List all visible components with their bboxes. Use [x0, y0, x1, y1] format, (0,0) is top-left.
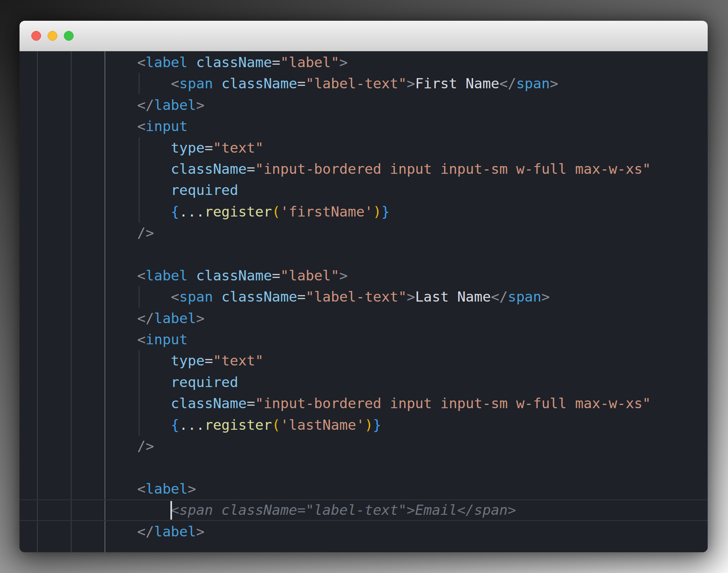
code-token-str: "label" — [280, 54, 339, 70]
code-line: type="text" — [20, 137, 651, 158]
code-token-eq: = — [205, 352, 213, 369]
code-line: </label> — [20, 308, 651, 329]
code-token-punct: > — [196, 310, 205, 326]
code-token-ghost: <span className="label-text">Email</span… — [171, 502, 516, 518]
code-line: </label> — [20, 94, 651, 116]
code-token-attr: className — [171, 395, 246, 411]
code-token-sp — [20, 374, 171, 390]
code-token-tag: label — [154, 97, 196, 113]
code-token-func: register — [205, 203, 272, 220]
code-token-paren: ( — [272, 417, 281, 433]
code-token-sp — [20, 267, 137, 284]
text-cursor — [170, 501, 172, 520]
code-token-text: ... — [179, 417, 205, 433]
code-token-punct: < — [137, 118, 146, 134]
code-token-sp — [20, 481, 137, 497]
code-token-paren: ( — [272, 203, 281, 220]
code-token-tag: span — [179, 289, 213, 305]
code-token-brace: } — [373, 417, 381, 433]
code-token-tag: label — [154, 523, 196, 540]
code-token-punct: > — [550, 75, 558, 92]
code-line: <input — [20, 329, 651, 350]
code-token-punct: < — [137, 331, 146, 348]
code-token-tag: label — [146, 267, 188, 284]
code-token-sp — [20, 502, 171, 518]
code-token-brace: } — [381, 203, 390, 220]
code-token-attr: type — [171, 140, 205, 156]
code-line: required — [20, 372, 651, 393]
code-token-str: 'lastName' — [280, 417, 364, 433]
code-token-str: "label-text" — [305, 75, 406, 92]
code-token-tag: label — [146, 481, 188, 497]
code-token-punct: < — [137, 54, 146, 70]
close-button[interactable] — [31, 31, 41, 41]
zoom-button[interactable] — [64, 31, 74, 41]
code-token-text: Last Name — [415, 289, 491, 305]
code-token-sp — [188, 54, 196, 70]
code-token-eq: = — [272, 267, 281, 284]
code-token-paren: ) — [364, 417, 373, 433]
code-token-str: "input-bordered input input-sm w-full ma… — [255, 395, 651, 411]
code-token-punct: </ — [137, 310, 154, 326]
code-token-sp — [20, 140, 171, 156]
code-line — [20, 244, 651, 265]
code-token-attr: className — [196, 267, 272, 284]
code-token-sp — [20, 352, 171, 369]
code-line: required — [20, 179, 651, 201]
code-token-str: 'firstName' — [280, 203, 373, 220]
code-token-punct: </ — [137, 97, 154, 113]
code-token-punct: > — [339, 267, 348, 284]
code-line: <span className="label-text">First Name<… — [20, 73, 651, 94]
code-token-str: "input-bordered input input-sm w-full ma… — [255, 161, 651, 177]
code-token-tag: input — [146, 331, 188, 348]
code-token-sp — [20, 523, 137, 540]
code-token-punct: </ — [137, 523, 154, 540]
code-line — [20, 457, 651, 478]
code-token-tag: input — [146, 118, 188, 134]
code-token-sp — [20, 310, 137, 326]
code-token-punct: < — [171, 289, 179, 305]
code-token-tag: span — [179, 75, 213, 92]
code-line: {...register('firstName')} — [20, 201, 651, 222]
code-token-sp — [188, 267, 196, 284]
code-line: className="input-bordered input input-sm… — [20, 393, 651, 414]
code-token-tag: label — [154, 310, 196, 326]
code-token-str: "text" — [213, 140, 264, 156]
code-token-attr: required — [171, 182, 238, 198]
code-line: <input — [20, 116, 651, 137]
code-line: <label className="label"> — [20, 265, 651, 286]
code-token-attr: required — [171, 374, 238, 390]
code-token-sp — [20, 182, 171, 198]
code-token-sp — [20, 417, 171, 433]
code-token-punct: </ — [499, 75, 516, 92]
code-line: /> — [20, 435, 651, 457]
code-token-sp — [213, 75, 222, 92]
code-token-sp — [213, 289, 222, 305]
code-token-brace: { — [171, 203, 179, 220]
title-bar[interactable] — [20, 21, 708, 51]
code-token-sp — [20, 331, 137, 348]
code-line: <span className="label-text">Last Name</… — [20, 286, 651, 307]
code-token-text: ... — [179, 203, 205, 220]
code-token-attr: className — [221, 289, 297, 305]
code-token-sp — [20, 97, 137, 113]
code-token-brace: { — [171, 417, 179, 433]
code-token-punct: /> — [137, 225, 154, 241]
code-token-str: "label-text" — [305, 289, 406, 305]
minimize-button[interactable] — [48, 31, 57, 41]
code-token-str: "label" — [280, 267, 339, 284]
code-token-sp — [20, 438, 137, 454]
code-token-eq: = — [297, 289, 306, 305]
code-token-tag: span — [508, 289, 541, 305]
code-token-sp — [20, 54, 137, 70]
code-token-eq: = — [205, 140, 213, 156]
code-token-punct: > — [196, 523, 205, 540]
code-token-eq: = — [297, 75, 306, 92]
code-token-attr: type — [171, 352, 205, 369]
code-token-punct: > — [541, 289, 550, 305]
code-line: {...register('lastName')} — [20, 414, 651, 435]
code-content: <label className="label"> <span classNam… — [20, 52, 651, 542]
code-line: </label> — [20, 521, 651, 542]
code-token-eq: = — [246, 395, 255, 411]
code-editor[interactable]: <label className="label"> <span classNam… — [20, 51, 708, 552]
